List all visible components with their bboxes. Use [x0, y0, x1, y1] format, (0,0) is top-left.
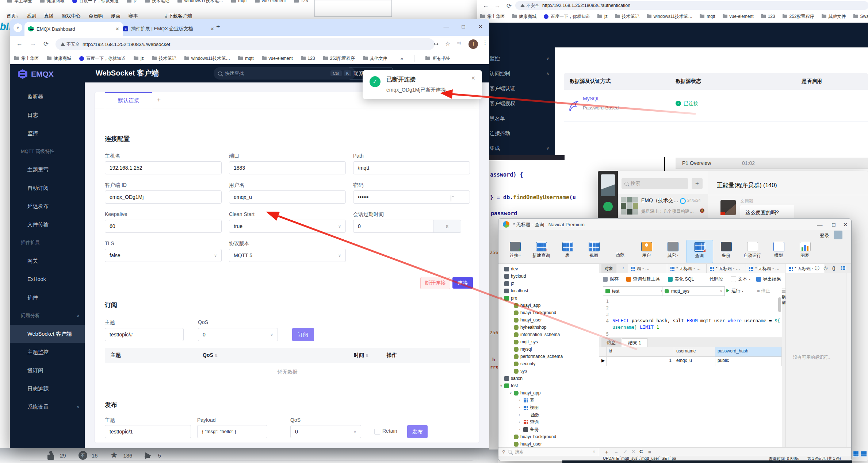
- toolbar-button[interactable]: 图表: [792, 240, 818, 263]
- bookmark-item[interactable]: windows11技术笔…: [177, 0, 223, 4]
- chat-search-box[interactable]: 搜索: [622, 178, 688, 189]
- tree-node[interactable]: huayi_user: [498, 316, 599, 324]
- query-tab[interactable]: 题 - …: [628, 264, 667, 273]
- pub-qos-select[interactable]: 0∨: [290, 425, 361, 438]
- all-bookmarks[interactable]: 所有书签: [425, 55, 450, 62]
- bookmark-item[interactable]: windows11技术笔…: [647, 13, 692, 20]
- url-text[interactable]: http://192.168.1.252:18083/#/websocket: [83, 42, 170, 47]
- bookmark-item[interactable]: 掌上华医: [7, 0, 32, 4]
- stat-item[interactable]: 29: [47, 451, 66, 460]
- bookmark-item[interactable]: jz: [134, 56, 144, 61]
- tab-info[interactable]: 信息: [601, 338, 621, 347]
- record-icon[interactable]: ◎: [823, 265, 827, 271]
- cell-id[interactable]: 1: [607, 356, 674, 366]
- expand-arrow[interactable]: ›: [519, 413, 523, 417]
- user-avatar[interactable]: [601, 174, 615, 196]
- sidebar-item[interactable]: 日志追踪: [10, 379, 85, 398]
- minimize-button[interactable]: —: [439, 20, 454, 33]
- sidebar-item[interactable]: 慢订阅: [10, 361, 85, 379]
- forward-icon[interactable]: →: [494, 2, 501, 9]
- tab-close-icon[interactable]: ✕: [210, 26, 214, 32]
- query-tab[interactable]: * 无标题 - …: [667, 264, 707, 273]
- tree-node[interactable]: › 表: [498, 397, 599, 404]
- bookmark-item[interactable]: 健康商城: [47, 55, 71, 62]
- add-row-icon[interactable]: ＋: [604, 449, 609, 455]
- bookmark-item[interactable]: 其他文件: [822, 13, 846, 20]
- sidebar-item[interactable]: 系统设置∨: [10, 398, 85, 416]
- bookmark-item[interactable]: vue-element: [723, 14, 754, 19]
- publish-button[interactable]: 发布: [407, 425, 428, 438]
- stat-item[interactable]: 5: [145, 451, 161, 460]
- query-tab[interactable]: * 无标题 - …: [746, 264, 785, 273]
- tab-scroll-left-icon[interactable]: ‹: [623, 266, 624, 271]
- tree-node[interactable]: information_schema: [498, 331, 599, 338]
- security-warning[interactable]: 不安全: [520, 3, 539, 9]
- browser-tab[interactable]: ≡ 插件扩展 | EMQX 企业版文档 ✕: [119, 22, 218, 36]
- bookmark-item[interactable]: 252配置程序: [783, 13, 814, 20]
- toolbar-button[interactable]: 模型: [766, 240, 792, 263]
- cell-password-hash[interactable]: public: [715, 356, 782, 366]
- tree-node[interactable]: localhost: [498, 287, 599, 294]
- tls-select[interactable]: false∨: [105, 249, 222, 262]
- query-tool-button[interactable]: 代码段: [702, 276, 725, 282]
- datasource-name[interactable]: MySQL: [583, 96, 600, 101]
- tree-node[interactable]: › 视图: [498, 404, 599, 411]
- tree-search-box[interactable]: ⚲ 搜索 ×: [498, 447, 599, 456]
- toolbar-button[interactable]: 视图: [581, 240, 607, 263]
- tree-node[interactable]: ∨ huayi_app: [498, 389, 599, 397]
- tree-node[interactable]: huayi_background: [498, 309, 599, 316]
- url-text[interactable]: http://192.168.1.252:18083/#/authenticat…: [542, 3, 630, 8]
- bookmark-item[interactable]: 其他文件: [363, 55, 387, 62]
- run-button[interactable]: ▶ 运行 ▾: [726, 288, 743, 294]
- bookmarks-overflow-icon[interactable]: »: [401, 55, 404, 61]
- auth-table-row[interactable]: MySQL Password-Based ✓ 已连接: [564, 90, 868, 121]
- sidebar-item[interactable]: 主题重写: [10, 161, 85, 179]
- query-tab[interactable]: * 无标题 - …: [707, 264, 746, 273]
- toolbar-button[interactable]: 连接▾: [502, 240, 528, 263]
- tree-node[interactable]: mqtt_sys: [498, 338, 599, 346]
- host-input[interactable]: 192.168.1.252: [105, 161, 222, 174]
- bookmark-item[interactable]: 百度一下，你就知道: [72, 0, 119, 4]
- site-nav-item[interactable]: 会员购: [89, 13, 103, 19]
- subscribe-button[interactable]: 订阅: [292, 328, 314, 341]
- toolbar-button[interactable]: 用户: [634, 240, 660, 263]
- sidebar-item[interactable]: 网关: [10, 252, 85, 270]
- discard-icon[interactable]: ✕: [631, 449, 635, 454]
- brackets-icon[interactable]: (): [832, 265, 836, 271]
- bookmark-item[interactable]: windows11技术笔…: [184, 55, 230, 62]
- username-input[interactable]: emqx_u: [229, 190, 346, 204]
- toolbar-button[interactable]: 自动运行: [739, 240, 766, 263]
- bookmark-item[interactable]: mqtt: [700, 14, 715, 19]
- toolbar-button[interactable]: 表: [555, 240, 581, 263]
- reload-icon[interactable]: ⟳: [506, 2, 512, 10]
- grid-view-toggle-icon[interactable]: [853, 451, 859, 457]
- database-select[interactable]: mqtt_sys∨: [662, 286, 725, 296]
- address-bar[interactable]: 不安全 http://192.168.1.252:18083/#/websock…: [56, 38, 435, 50]
- sidebar-item[interactable]: 插件: [10, 288, 85, 306]
- tab-result1[interactable]: 结果 1: [622, 338, 647, 348]
- toolbar-button[interactable]: 函数: [607, 240, 634, 263]
- connection-select[interactable]: test∨: [603, 286, 666, 296]
- port-input[interactable]: 1883: [229, 161, 346, 174]
- query-tool-button[interactable]: 文本▾: [731, 276, 750, 282]
- info-icon[interactable]: ⓘ: [815, 265, 819, 272]
- maximize-button[interactable]: □: [826, 219, 841, 231]
- bookmark-item[interactable]: mqtt: [238, 56, 253, 61]
- tree-node[interactable]: security: [498, 360, 599, 367]
- tree-node[interactable]: ∨ pro: [498, 294, 599, 302]
- col-password-hash[interactable]: password_hash: [715, 347, 782, 356]
- reload-icon[interactable]: ⟳: [43, 40, 49, 48]
- query-tool-button[interactable]: 保存: [603, 276, 620, 282]
- sidebar-item[interactable]: 主题监控: [10, 343, 85, 361]
- bookmark-item[interactable]: 百度一下，你就知道: [544, 13, 590, 20]
- tree-node[interactable]: huayi_app: [498, 302, 599, 309]
- bookmark-item[interactable]: 技术笔记: [615, 13, 639, 20]
- new-tab-icon[interactable]: +: [216, 23, 220, 31]
- pub-topic-input[interactable]: testtopic/1: [105, 425, 191, 438]
- back-icon[interactable]: ←: [483, 2, 489, 9]
- expand-arrow[interactable]: ›: [519, 428, 523, 431]
- tab-search-button[interactable]: ∨: [14, 23, 22, 32]
- expand-arrow[interactable]: ›: [519, 420, 523, 424]
- toolbar-button[interactable]: 备份: [713, 240, 739, 263]
- bookmark-item[interactable]: 技术笔记: [152, 55, 176, 62]
